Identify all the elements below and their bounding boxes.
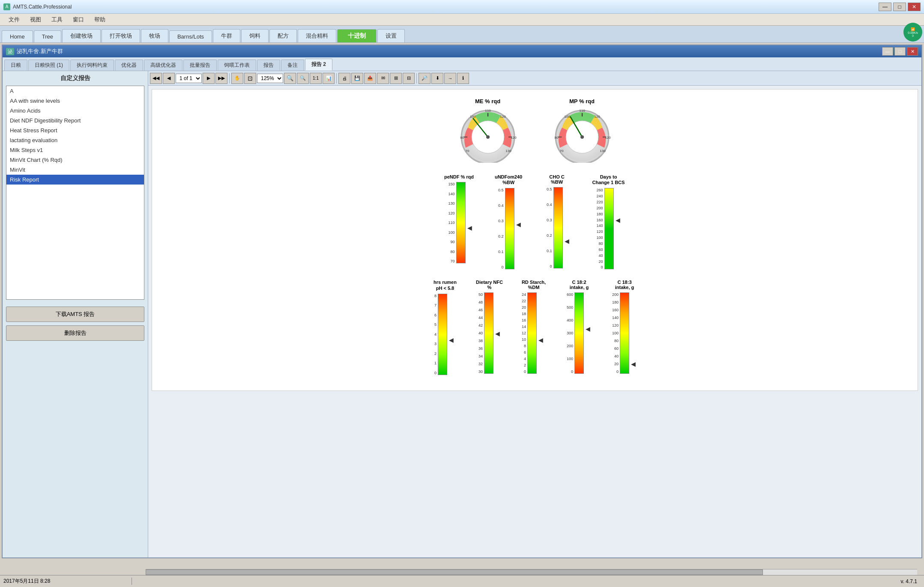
email-button[interactable]: ✉ [377,73,389,84]
tab-mix[interactable]: 混合精料 [298,29,336,42]
minimize-button[interactable]: — [879,3,891,11]
report-list[interactable]: A AA with swine levels Amino Acids Diet … [6,86,144,300]
svg-text:110: 110 [485,109,491,113]
menu-window[interactable]: 窗口 [68,15,89,24]
bar-bcs-scale: 260240220200180160140120100806040200 ◀ [592,188,626,269]
close-button[interactable]: ✕ [908,3,921,11]
prev-page-button[interactable]: ◀ [163,73,175,84]
bar-undform240-visual: ◀ [505,188,514,269]
zoom-out-button[interactable]: 🔍 [297,73,309,84]
report-item-milk-steps[interactable]: Milk Steps v1 [6,145,144,155]
report-item-minvit[interactable]: MinVit [6,165,144,175]
left-buttons: 下载AMTS 报告 删除报告 [6,307,144,341]
inner-tabs: 日粮 日粮快照 (1) 执行饲料约束 优化器 高级优化器 批量报告 饲喂工作表 … [3,57,921,71]
tab-barns-lots[interactable]: Barns/Lots [169,30,212,42]
svg-text:130: 130 [600,149,606,153]
inner-tab-ration[interactable]: 日粮 [4,60,27,71]
inner-tab-batch-report[interactable]: 批量报告 [183,60,217,71]
report-item-heat[interactable]: Heat Stress Report [6,125,144,135]
toolbar-divider-3 [416,73,417,83]
left-panel: 自定义报告 A AA with swine levels Amino Acids… [3,71,148,557]
inner-tab-report[interactable]: 报告 [257,60,280,71]
zoom-select-button[interactable]: ⊡ [244,73,256,84]
inner-tab-snapshot[interactable]: 日粮快照 (1) [28,60,69,71]
menu-help[interactable]: 帮助 [89,15,111,24]
tab-home[interactable]: Home [2,30,33,42]
report-item-a[interactable]: A [6,86,144,96]
maximize-button[interactable]: □ [893,3,906,11]
zoom-1to1-button[interactable]: 1:1 [310,73,322,84]
inner-tab-notes[interactable]: 备注 [281,60,304,71]
report-item-lactating[interactable]: lactating evaluation [6,135,144,145]
zoom-select[interactable]: 125% 100% 75% 150% [257,74,283,83]
bar-bcs: Days to Change 1 BCS 2602402202001801601… [592,174,626,269]
inner-tab-adv-optimizer[interactable]: 高级优化器 [144,60,182,71]
last-page-button[interactable]: ▶▶ [215,73,227,84]
tab-settings[interactable]: 设置 [377,29,405,42]
tab-recipe[interactable]: 配方 [269,29,297,42]
fit-width-button[interactable]: ⊟ [403,73,415,84]
win-maximize[interactable]: □ [894,47,906,56]
bar-rumen-ph-arrow: ◀ [449,337,454,343]
inner-tab-report2[interactable]: 报告 2 [305,59,332,71]
hand-tool-button[interactable]: ✋ [231,73,243,84]
menu-view[interactable]: 视图 [25,15,46,24]
bar-undform240-label: uNDFom240 %BW [495,174,523,185]
bar-nfc-arrow: ◀ [495,330,500,337]
wifi-icon: 📶 [911,27,915,31]
tab-feed[interactable]: 饲料 [241,29,269,42]
inner-tab-execute[interactable]: 执行饲料约束 [70,60,114,71]
bar-pendf-numbers: 150140130120110100908070 [444,182,456,263]
tab-create-farm[interactable]: 创建牧场 [62,29,101,42]
right-content[interactable]: ME % rqd [148,86,921,557]
tab-farm[interactable]: 牧场 [141,29,168,42]
horizontal-scrollbar[interactable] [146,569,917,575]
info-button[interactable]: ℹ [457,73,469,84]
page-select[interactable]: 1 of 1 [176,74,202,83]
toolbar: ◀◀ ◀ 1 of 1 ▶ ▶▶ ✋ ⊡ 125% 100% 75% 150% … [148,71,921,86]
bar-pendf: peNDF % rqd 150140130120110100908070 ◀ [444,174,474,269]
win-minimize[interactable]: — [882,47,893,56]
report-item-minvit-chart[interactable]: MinVit Chart (% Rqd) [6,155,144,165]
nav-forward-button[interactable]: → [444,73,456,84]
export-button[interactable]: 📤 [364,73,376,84]
print-button[interactable]: 🖨 [338,73,350,84]
bar-nfc-numbers: 5048464442403836343230 [475,292,484,374]
inner-tab-optimizer[interactable]: 优化器 [115,60,143,71]
tab-decimal[interactable]: 十进制 [337,29,377,42]
report-item-risk[interactable]: Risk Report [6,175,144,185]
scrollbar-thumb[interactable] [146,569,763,575]
svg-text:130: 130 [505,149,511,153]
report-item-diet-ndf[interactable]: Diet NDF Digestibility Report [6,116,144,125]
chart-button[interactable]: 📊 [323,73,335,84]
bar-c183-numbers: 200180160140120100806040200 [610,292,620,374]
gauge-mp-label: MP % rqd [552,98,612,104]
svg-text:100: 100 [470,115,476,119]
inner-tab-feed-work[interactable]: 饲喂工作表 [218,60,256,71]
svg-text:80: 80 [554,136,558,140]
bar-bcs-visual: ◀ [604,188,614,269]
fit-page-button[interactable]: ⊞ [390,73,402,84]
report-item-aa[interactable]: AA with swine levels [6,96,144,106]
next-page-button[interactable]: ▶ [203,73,215,84]
bar-c182-visual: ◀ [574,292,584,374]
bar-rumen-ph-scale: 876543210 ◀ [430,294,460,375]
scroll-down-button[interactable]: ⬇ [431,73,443,84]
download-report-button[interactable]: 下载AMTS 报告 [6,307,144,322]
svg-point-29 [580,135,584,139]
tab-tree[interactable]: Tree [34,30,61,42]
bar-c183-arrow: ◀ [631,361,636,367]
menu-tools[interactable]: 工具 [46,15,68,24]
report-item-amino[interactable]: Amino Acids [6,106,144,116]
zoom-in-button[interactable]: 🔍 [284,73,296,84]
tab-cattle[interactable]: 牛群 [213,29,240,42]
tab-open-farm[interactable]: 打开牧场 [102,29,140,42]
toolbar-divider-2 [336,73,337,83]
first-page-button[interactable]: ◀◀ [150,73,162,84]
menu-file[interactable]: 文件 [3,15,25,24]
bar-undform240-arrow: ◀ [516,221,521,228]
delete-report-button[interactable]: 删除报告 [6,325,144,341]
win-close[interactable]: ✕ [907,47,918,56]
zoom-in2-button[interactable]: 🔎 [419,73,431,84]
save-button[interactable]: 💾 [351,73,363,84]
